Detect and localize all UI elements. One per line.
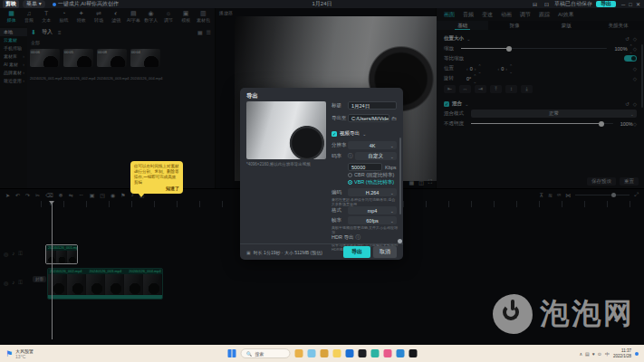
info-icon: ⓘ [348,153,353,159]
taskbar-app-icon[interactable] [320,349,328,357]
taskbar-app-icon[interactable] [409,349,417,357]
watermark-text: 泡泡网 [540,294,635,334]
video-export-label: 视频导出 [340,130,360,137]
path-field-input[interactable]: C:/Users/Mi/Videos/JianyingPro… [348,114,389,122]
start-button[interactable] [227,349,235,357]
app-logo: 剪映 [3,0,19,8]
format-label: 格式 [332,207,348,214]
maximize-button[interactable]: □ [627,2,634,7]
bitrate-unit: Kbps [385,165,397,170]
collapse-icon[interactable]: ⌄ [362,131,367,137]
paopao-watermark: 泡泡网 [493,294,635,334]
weather-widget[interactable]: ⚑ 大风预警 13°C [5,348,34,359]
system-tray[interactable]: ∧▤♥⊙ [579,351,601,357]
notice-dot-icon [53,3,56,6]
bitrate-dropdown[interactable]: 自定义⌄ [355,152,398,160]
cancel-button[interactable]: 取消 [373,246,397,258]
ime-indicator[interactable]: 中 [605,351,610,357]
save-status: 草稿已自动保存 [554,0,592,8]
vbr-radio[interactable]: VBR (动态比特率) [348,179,394,186]
dialog-scrollbar[interactable] [399,138,401,214]
resolution-dropdown[interactable]: 4K⌄ [348,141,397,149]
windows-taskbar: ⚑ 大风预警 13°C 🔍搜索 ∧▤♥⊙ 中 11:37 2022/1/28 [0,345,644,362]
taskbar-apps [294,349,417,357]
taskbar-app-icon[interactable] [307,349,315,357]
onboarding-tooltip: 你可以在时间线上对素材进行分割、复制、删除等操作,一键即可完成高效剪辑 知道了 [130,161,183,194]
path-field-label: 导出至 [332,115,348,121]
notice-text: 一键成片,AI帮你高效创作 [58,0,119,8]
weather-temp: 13°C [15,354,34,359]
dropdown-icon[interactable]: ⊡ [543,1,551,7]
export-confirm-button[interactable]: 导出 [343,246,370,258]
taskbar-app-icon[interactable] [396,349,404,357]
framerate-label: 帧率 [332,217,348,224]
cbr-radio[interactable]: CBR (固定比特率) [348,172,394,178]
browse-folder-icon[interactable]: 🗀 [391,116,397,121]
export-button-top[interactable]: 导出 [596,1,616,7]
tray-icon[interactable]: ▤ [585,351,590,357]
search-box[interactable]: 🔍搜索 [240,348,290,358]
search-icon: 🔍 [246,351,252,357]
app-window: 剪映 菜单 ▾ 一键成片,AI帮你高效创作 1月24日 ⊟ ⊡ 草稿已自动保存 … [0,0,644,362]
taskbar-app-icon[interactable] [332,349,341,357]
weather-title: 大风预警 [15,348,34,354]
duration-icon: ▣ [246,250,251,255]
taskbar-app-icon[interactable] [370,349,379,357]
taskbar-clock[interactable]: 11:37 2022/1/28 [613,348,631,359]
tray-icon[interactable]: ⊙ [598,351,601,357]
window-controls[interactable]: ─□✕ [620,1,642,7]
tray-icon[interactable]: ♥ [592,351,595,357]
codec-dropdown[interactable]: H.264⌄ [348,188,397,196]
titlebar: 剪映 菜单 ▾ 一键成片,AI帮你高效创作 1月24日 ⊟ ⊡ 草稿已自动保存 … [0,0,644,8]
export-footer-info: 时长 1分19秒 · 大小 512MB (预估) [254,250,322,255]
tray-icon[interactable]: ∧ [579,351,582,357]
taskbar-app-icon[interactable] [294,349,303,357]
taskbar-app-icon[interactable] [358,349,366,357]
layout-icon[interactable]: ⊟ [531,1,539,7]
menu-button[interactable]: 菜单 ▾ [23,0,45,8]
power-logo-icon [493,294,533,334]
bitrate-input[interactable]: 50000 [348,163,382,171]
hdr-label: HDR 导出 [332,234,353,241]
framerate-dropdown[interactable]: 60fps⌄ [348,216,397,224]
title-field-label: 标题 [332,102,348,109]
export-caption: *4096×2160,将以此分辨率导出视频 [246,162,330,167]
video-export-checkbox[interactable]: ✓ [332,131,337,137]
codec-label: 编码 [332,189,348,195]
notification-dot[interactable] [635,352,639,356]
export-preview-thumbnail [246,101,326,159]
tooltip-text: 你可以在时间线上对素材进行分割、复制、删除等操作,一键即可完成高效剪辑 [134,164,179,186]
taskbar-app-icon[interactable] [345,349,353,357]
export-dialog: 导出 *4096×2160,将以此分辨率导出视频 标题 1月24日 导出至 C:… [240,88,403,260]
resolution-label: 分辨率 [332,142,348,148]
format-dropdown[interactable]: mp4⌄ [348,206,397,214]
taskbar-app-icon[interactable] [383,349,391,357]
title-field-input[interactable]: 1月24日 [348,101,397,110]
close-button[interactable]: ✕ [634,2,642,7]
weather-alert-icon: ⚑ [5,349,13,358]
bitrate-label: 码率 [332,153,348,159]
tooltip-ok-button[interactable]: 知道了 [134,186,179,192]
dialog-title: 导出 [246,92,258,100]
info-icon: ⓘ [355,234,360,241]
